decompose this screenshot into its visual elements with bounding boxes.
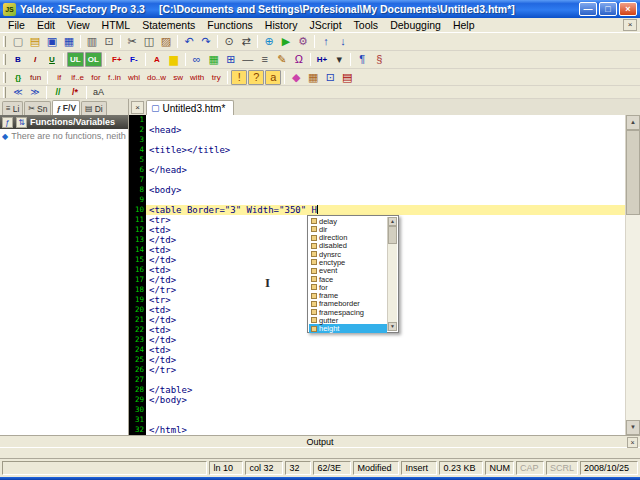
window-icon[interactable]: ⊡	[322, 70, 338, 85]
scroll-track[interactable]	[626, 215, 640, 420]
ordered-list-button[interactable]: OL	[85, 52, 102, 67]
prompt-dialog-icon[interactable]: a	[265, 70, 281, 85]
code-line[interactable]	[146, 415, 625, 425]
insert-list-icon[interactable]: ≡	[257, 52, 273, 67]
toolbar-grip[interactable]	[3, 87, 6, 98]
new-file-icon[interactable]: ▢	[10, 34, 26, 49]
print-icon[interactable]: ▥	[84, 34, 100, 49]
insert-hr-icon[interactable]: ―	[240, 52, 256, 67]
for-button[interactable]: for	[88, 70, 104, 85]
minimize-button[interactable]: —	[579, 2, 597, 16]
save-all-icon[interactable]: ▦	[61, 34, 77, 49]
underline-button[interactable]: U	[44, 52, 60, 67]
code-line[interactable]: </table>	[146, 385, 625, 395]
print-preview-icon[interactable]: ⊡	[101, 34, 117, 49]
script-block-icon[interactable]: §	[371, 52, 387, 67]
menu-view[interactable]: View	[61, 19, 96, 31]
function-button[interactable]: {}	[10, 70, 26, 85]
alert-dialog-icon[interactable]: !	[231, 70, 247, 85]
outdent-icon[interactable]: ≪	[10, 87, 26, 98]
autocomplete-scroll-track[interactable]	[388, 244, 397, 322]
line-number-gutter[interactable]: 1234567891011121314151617181920212223242…	[129, 115, 146, 435]
code-line[interactable]: </td>	[146, 355, 625, 365]
heading-button[interactable]: H+	[314, 52, 330, 67]
code-line[interactable]	[146, 405, 625, 415]
menu-debugging[interactable]: Debugging	[384, 19, 447, 31]
code-line[interactable]: </head>	[146, 165, 625, 175]
menu-html[interactable]: HTML	[96, 19, 137, 31]
functions-variables-tree[interactable]: ◆ There are no functions, neither variab…	[0, 129, 128, 435]
code-line[interactable]: <body>	[146, 185, 625, 195]
redo-icon[interactable]: ↷	[198, 34, 214, 49]
autocomplete-scroll-thumb[interactable]	[388, 226, 397, 244]
code-line[interactable]: </body>	[146, 395, 625, 405]
if-else-button[interactable]: if..e	[68, 70, 87, 85]
replace-icon[interactable]: ⇄	[238, 34, 254, 49]
close-document-button[interactable]: ×	[131, 101, 144, 114]
find-icon[interactable]: ⊙	[221, 34, 237, 49]
bookmark-up-icon[interactable]: ↑	[318, 34, 334, 49]
fun-button[interactable]: fun	[27, 70, 44, 85]
bold-button[interactable]: B	[10, 52, 26, 67]
insert-table-icon[interactable]: ⊞	[223, 52, 239, 67]
maximize-button[interactable]: □	[599, 2, 617, 16]
insert-link-icon[interactable]: ∞	[189, 52, 205, 67]
toolbar-grip[interactable]	[3, 54, 6, 65]
insert-image-icon[interactable]: ▦	[206, 52, 222, 67]
mdi-close-button[interactable]: ×	[623, 19, 637, 31]
browser-preview-icon[interactable]: ⊕	[261, 34, 277, 49]
code-line[interactable]	[146, 115, 625, 125]
paste-icon[interactable]: ▨	[158, 34, 174, 49]
code-line[interactable]: </td>	[146, 335, 625, 345]
switch-button[interactable]: sw	[170, 70, 186, 85]
unordered-list-button[interactable]: UL	[67, 52, 84, 67]
title-bar[interactable]: JS Yaldex JSFactory Pro 3.3 [C:\Document…	[0, 0, 640, 18]
scroll-up-button[interactable]: ▲	[626, 115, 640, 130]
cut-icon[interactable]: ✂	[124, 34, 140, 49]
special-char-icon[interactable]: Ω	[291, 52, 307, 67]
scroll-down-button[interactable]: ▼	[626, 420, 640, 435]
code-line[interactable]: <head>	[146, 125, 625, 135]
font-color-button[interactable]: A	[149, 52, 165, 67]
sidebar-tab-directory[interactable]: ▤Di	[81, 101, 107, 115]
highlight-color-icon[interactable]: ▆	[166, 52, 182, 67]
paragraph-icon[interactable]: ¶	[354, 52, 370, 67]
for-in-button[interactable]: f..in	[105, 70, 124, 85]
menu-functions[interactable]: Functions	[201, 19, 259, 31]
comment-button[interactable]: //	[50, 87, 66, 98]
code-line[interactable]: </tr>	[146, 365, 625, 375]
insert-comment-icon[interactable]: ✎	[274, 52, 290, 67]
code-line[interactable]: <td>	[146, 345, 625, 355]
document-tab[interactable]: ▢ Untitled3.htm*	[146, 100, 234, 115]
confirm-dialog-icon[interactable]: ?	[248, 70, 264, 85]
menu-edit[interactable]: Edit	[31, 19, 61, 31]
output-close-button[interactable]: ×	[627, 437, 638, 448]
save-icon[interactable]: ▣	[44, 34, 60, 49]
heading-dropdown-icon[interactable]: ▾	[331, 52, 347, 67]
sort-icon[interactable]: ⇅	[16, 117, 27, 128]
code-line[interactable]: <title></title>	[146, 145, 625, 155]
with-button[interactable]: with	[187, 70, 207, 85]
bookmark-down-icon[interactable]: ↓	[335, 34, 351, 49]
menu-file[interactable]: File	[2, 19, 31, 31]
autocomplete-item-height[interactable]: height	[309, 324, 387, 332]
date-icon[interactable]: ▦	[305, 70, 321, 85]
close-button[interactable]: ×	[619, 2, 637, 16]
menu-statements[interactable]: Statements	[136, 19, 201, 31]
uncomment-button[interactable]: /*	[67, 87, 83, 98]
scroll-thumb[interactable]	[626, 130, 640, 215]
toolbar-grip[interactable]	[3, 72, 6, 83]
tools-gear-icon[interactable]: ⚙	[295, 34, 311, 49]
if-button[interactable]: if	[51, 70, 67, 85]
try-button[interactable]: try	[208, 70, 224, 85]
while-button[interactable]: whi	[125, 70, 143, 85]
change-case-button[interactable]: aA	[90, 87, 107, 98]
sidebar-tab-functions-variables[interactable]: ƒF/V	[52, 100, 80, 115]
code-line[interactable]	[146, 135, 625, 145]
sidebar-tab-links[interactable]: ≡Li	[2, 101, 23, 115]
menu-tools[interactable]: Tools	[348, 19, 385, 31]
color-palette-icon[interactable]: ◆	[288, 70, 304, 85]
do-while-button[interactable]: do..w	[144, 70, 169, 85]
toolbar-grip[interactable]	[3, 36, 6, 47]
open-folder-icon[interactable]: ▤	[27, 34, 43, 49]
